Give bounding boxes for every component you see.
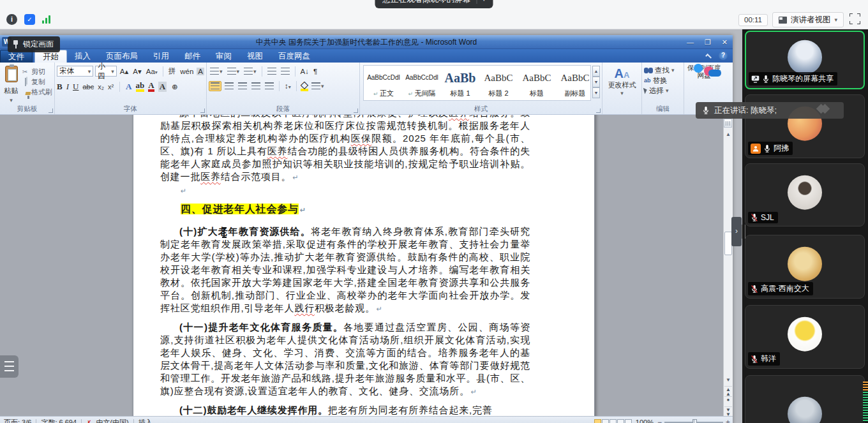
document-page[interactable]: 源丰富地区的二级及以下医疗机构转型,开展康复、护理以及医养结合服务。鼓励基层积极… (133, 115, 595, 416)
participant-tile-3[interactable]: 高震-西南交大 (745, 235, 865, 299)
participant-tile-4[interactable]: 韩洋 (745, 305, 865, 369)
participant-tile-2[interactable]: SJL (745, 163, 865, 226)
italic-button[interactable]: I (66, 82, 69, 92)
fullscreen-button[interactable] (849, 13, 860, 24)
grow-font-button[interactable]: A▴ (119, 67, 130, 76)
align-left-button[interactable] (209, 81, 221, 91)
scroll-down-icon[interactable]: ▼ (724, 376, 732, 385)
select-button[interactable]: 选择▾ (644, 85, 682, 96)
previous-page-button[interactable]: ▲▲ (724, 386, 732, 396)
participant-label: 阿拂 (748, 142, 793, 155)
enclose-characters-button[interactable]: ⊕ (170, 82, 179, 91)
ruler-toggle-icon[interactable] (724, 119, 732, 128)
text-effects-button[interactable]: A (126, 82, 131, 92)
participant-tile-0[interactable]: 陈晓琴的屏幕共享 (745, 31, 865, 89)
view-mode-button[interactable]: 演讲者视图 ▾ (772, 12, 844, 27)
collapse-ribbon-icon[interactable] (705, 53, 712, 59)
security-shield-icon[interactable]: ✓ (24, 14, 35, 25)
align-right-button[interactable] (237, 82, 248, 91)
network-signal-icon[interactable] (42, 15, 50, 24)
font-size-select[interactable]: 小四▾ (95, 66, 117, 77)
vertical-scrollbar[interactable]: ▲ ▼ ▲▲ ● ▼▼ (723, 115, 733, 416)
meeting-info-icon[interactable]: i (6, 14, 17, 25)
increase-indent-button[interactable] (280, 67, 291, 76)
copy-button[interactable]: 复制 (20, 77, 52, 87)
shared-screen-area[interactable]: W 中共中央 国务院关于加强新时代老龄工作的意见 - Microsoft Wor… (0, 29, 742, 423)
decrease-indent-button[interactable] (266, 67, 278, 76)
paste-button[interactable]: 粘贴 ▾ (2, 64, 20, 105)
underline-button[interactable]: U (73, 82, 79, 92)
justify-button[interactable] (250, 82, 262, 91)
shrink-font-button[interactable]: A▾ (131, 67, 142, 76)
next-page-button[interactable]: ▼▼ (724, 406, 732, 416)
shading-button[interactable]: ◇ (301, 81, 308, 91)
distribute-button[interactable] (264, 82, 275, 91)
multilevel-list-button[interactable]: ▾ (243, 67, 258, 76)
zoom-slider-knob[interactable] (692, 419, 697, 423)
numbering-button[interactable]: ▾ (226, 67, 241, 76)
bullets-button[interactable]: ▾ (209, 67, 224, 76)
style-item-4[interactable]: AaBbC标题 (518, 67, 555, 99)
mic-muted-icon (751, 213, 758, 222)
view-shortcut-icons[interactable] (594, 419, 632, 423)
character-border-button[interactable]: A (197, 68, 204, 75)
participant-label: 高震-西南交大 (748, 282, 813, 295)
tab-3[interactable]: 页面布局 (98, 50, 146, 63)
style-item-2[interactable]: AaBb标题 1 (442, 67, 479, 99)
paragraph-group: ▾ ▾ ▾ A↓ ¶ (207, 63, 360, 114)
gallery-up-icon[interactable]: ▲ (592, 66, 600, 77)
participant-tile-5[interactable] (745, 375, 865, 423)
borders-button[interactable]: ▾ (310, 82, 326, 91)
font-color-button[interactable]: A (148, 82, 154, 92)
tab-5[interactable]: 邮件 (177, 50, 208, 63)
superscript-button[interactable]: x² (108, 83, 114, 91)
pinyin-guide-button[interactable]: 拼 (167, 66, 177, 76)
tab-7[interactable]: 视图 (239, 50, 271, 63)
lock-view-button[interactable]: 锁定画面 (8, 36, 60, 52)
style-item-0[interactable]: AaBbCcDdl↵ 正文 (365, 67, 402, 99)
dialog-launcher-icon[interactable] (354, 108, 358, 113)
style-item-1[interactable]: AaBbCcDdl↵ 无间隔 (403, 67, 440, 99)
sidebar-collapse-handle[interactable]: › (731, 217, 742, 246)
dialog-launcher-icon[interactable] (49, 108, 53, 113)
language-indicator: 中文(中国) (96, 418, 128, 423)
zoom-slider[interactable]: −+ (657, 418, 730, 423)
restore-button[interactable]: ❐ (705, 38, 711, 47)
format-painter-button[interactable]: 格式刷 (20, 87, 52, 97)
style-item-3[interactable]: AaBbC标题 2 (480, 67, 517, 99)
sort-button[interactable]: A↓ (299, 68, 310, 75)
gallery-down-icon[interactable]: ▼ (592, 77, 600, 87)
cut-button[interactable]: ✂剪切 (20, 66, 52, 77)
style-item-5[interactable]: AaBbC副标题 (557, 67, 591, 99)
tab-2[interactable]: 插入 (67, 50, 98, 63)
strikethrough-button[interactable]: abc (82, 83, 94, 91)
styles-group: AaBbCcDdl↵ 正文AaBbCcDdl↵ 无间隔AaBb标题 1AaBbC… (360, 63, 602, 114)
help-icon[interactable]: ? (719, 51, 728, 60)
bold-button[interactable]: B (57, 82, 63, 92)
browse-object-button[interactable]: ● (724, 396, 732, 406)
share-banner[interactable]: 您正在观看陈晓琴的屏幕 ▾ (375, 0, 493, 8)
gallery-more-icon[interactable]: ▼ (592, 87, 600, 98)
text-cursor (223, 228, 225, 237)
scroll-up-icon[interactable]: ▲ (724, 130, 732, 139)
highlight-color-button[interactable]: ab (136, 82, 145, 92)
characters-button[interactable]: wén (179, 68, 195, 75)
align-center-button[interactable] (223, 82, 235, 91)
find-button[interactable]: 查找▾ (644, 65, 682, 75)
font-family-select[interactable]: 宋体▾ (57, 66, 93, 77)
change-case-button[interactable]: Aa▾ (145, 68, 159, 75)
tab-4[interactable]: 引用 (146, 50, 177, 63)
replace-button[interactable]: ab替换 (644, 75, 682, 85)
close-button[interactable]: ✕ (722, 38, 728, 47)
tab-6[interactable]: 审阅 (208, 50, 239, 63)
minimize-button[interactable]: — (687, 38, 694, 47)
character-shading-button[interactable]: A (158, 82, 167, 92)
subscript-button[interactable]: x₂ (98, 83, 104, 91)
member-list-handle[interactable] (0, 355, 19, 378)
change-styles-button[interactable]: AA 更改样式▾ (602, 63, 642, 114)
dialog-launcher-icon[interactable] (200, 108, 205, 113)
line-spacing-button[interactable]: ↕▾ (283, 82, 292, 90)
tab-8[interactable]: 百度网盘 (271, 50, 318, 63)
dialog-launcher-icon[interactable] (596, 108, 601, 113)
show-marks-button[interactable]: ¶ (312, 68, 318, 75)
